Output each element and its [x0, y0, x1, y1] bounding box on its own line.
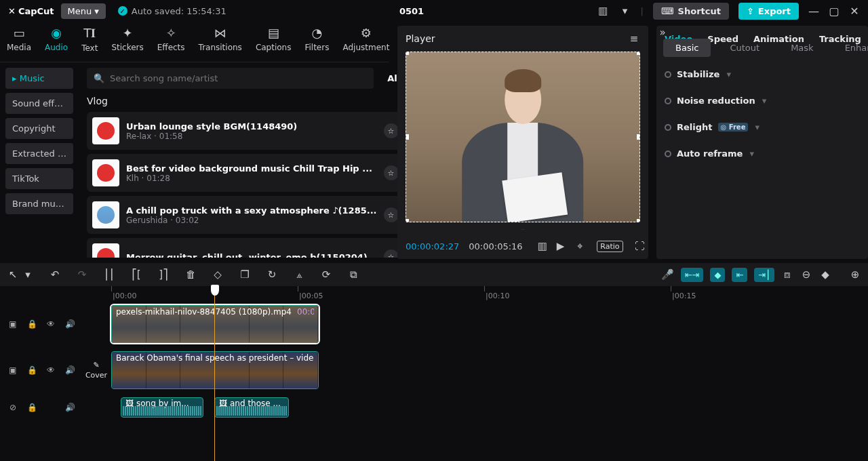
track-collapse-icon[interactable]: ▣	[8, 319, 18, 329]
track3-mute-icon[interactable]: 🔊	[65, 403, 75, 412]
video-clip-2[interactable]: Barack Obama's final speech as president…	[111, 351, 319, 389]
ruler-tick: |00:05	[299, 292, 323, 300]
toggle-dot-icon[interactable]	[665, 151, 671, 157]
playhead-handle[interactable]	[211, 285, 219, 296]
fav-icon[interactable]: ☆	[384, 249, 399, 258]
timecode-duration: 00:00:05:16	[469, 241, 522, 252]
track2-mute-icon[interactable]: 🔊	[65, 365, 75, 375]
fav-icon[interactable]: ☆	[384, 207, 399, 222]
tab-text[interactable]: T𝐈Text	[81, 26, 98, 53]
toggle-dot-icon[interactable]	[665, 124, 671, 131]
rotate-icon[interactable]: ⟳	[320, 268, 332, 281]
trim-left-icon[interactable]: ⎡[	[130, 268, 142, 281]
timeline-ruler[interactable]: |00:00|00:05|00:10|00:15	[108, 286, 868, 304]
category-brand[interactable]: Brand music	[5, 193, 73, 214]
song-item[interactable]: Urban lounge style BGM(1148490)Re-lax · …	[87, 112, 423, 150]
toggle-dot-icon[interactable]	[665, 71, 671, 78]
fullscreen-icon[interactable]: ⛶	[634, 240, 646, 252]
copy-icon[interactable]: ❐	[239, 268, 251, 281]
video-preview[interactable]	[406, 52, 640, 222]
trim-right-icon[interactable]: ]⎤	[157, 268, 170, 281]
delete-icon[interactable]: 🗑	[184, 268, 197, 281]
preview-cut-icon[interactable]: ⧈	[781, 268, 793, 281]
inspector-subtab-cutout[interactable]: Cutout	[717, 39, 772, 57]
cover-button[interactable]: ✎Cover	[84, 361, 108, 380]
split-icon[interactable]: ⎮⎮	[103, 268, 115, 281]
video-clip-1[interactable]: pexels-mikhail-nilov-8847405 (1080p).mp4…	[111, 305, 319, 343]
pointer-icon[interactable]: ↖	[7, 268, 19, 281]
crop-icon[interactable]: ⧉	[347, 268, 359, 281]
track2-collapse-icon[interactable]: ▣	[8, 365, 18, 375]
track3-lock-icon[interactable]: 🔒	[27, 403, 37, 412]
toggle-dot-icon[interactable]	[665, 98, 671, 104]
search-box[interactable]: 🔍	[87, 68, 374, 89]
pointer-dd-icon[interactable]: ▾	[22, 268, 34, 281]
ratio-button[interactable]: Ratio	[597, 241, 623, 252]
magnet-group-4-icon[interactable]: ⇥⎮	[754, 268, 774, 282]
undo-icon[interactable]: ↶	[49, 268, 61, 281]
inspector-subtab-enhance[interactable]: Enhance	[833, 39, 868, 57]
audio-clip[interactable]: 🖼and those ...	[214, 397, 289, 418]
shortcut-button[interactable]: ⌨ Shortcut	[653, 3, 729, 20]
mark-icon[interactable]: ◇	[212, 268, 224, 281]
inspector-row-autoreframe[interactable]: Auto reframe▾	[665, 148, 860, 159]
play-icon[interactable]: ▶	[557, 240, 565, 252]
compare-icon[interactable]: ▥	[538, 240, 547, 252]
window-maximize-icon[interactable]: ▢	[829, 5, 840, 16]
track-mute-icon[interactable]: 🔊	[65, 319, 75, 329]
tab-audio[interactable]: ◉Audio	[45, 26, 68, 52]
song-item[interactable]: Merrow guitar, chill out, winter, emo b(…	[87, 238, 423, 258]
track-lock-icon[interactable]: 🔒	[27, 319, 37, 329]
fav-icon[interactable]: ☆	[384, 123, 399, 138]
export-button[interactable]: ⇪ Export	[738, 3, 799, 20]
tab-adjustment[interactable]: ⚙Adjustment	[342, 26, 389, 52]
category-extracted[interactable]: Extracted a...	[5, 143, 73, 164]
reverse-icon[interactable]: ↻	[266, 268, 278, 281]
audio-clip[interactable]: 🖼song by im...	[121, 397, 203, 418]
tab-filters[interactable]: ◔Filters	[304, 26, 329, 52]
tab-transitions[interactable]: ⋈Transitions	[199, 26, 242, 52]
category-tiktok[interactable]: TikTok	[5, 168, 73, 189]
mirror-icon[interactable]: ⟁	[293, 268, 305, 281]
tab-media[interactable]: ▭Media	[7, 26, 31, 52]
inspector-more-icon[interactable]: »	[656, 26, 669, 39]
inspector-row-relight[interactable]: Relight◎ Free▾	[665, 122, 860, 132]
track2-lock-icon[interactable]: 🔒	[27, 365, 37, 375]
playhead-line[interactable]	[214, 286, 215, 461]
search-input[interactable]	[110, 73, 367, 83]
track-eye-icon[interactable]: 👁	[46, 319, 56, 329]
redo-icon[interactable]: ↷	[76, 268, 88, 281]
menu-button[interactable]: Menu ▾	[61, 3, 106, 19]
mic-icon[interactable]: 🎤	[662, 268, 674, 281]
tab-captions[interactable]: ▤Captions	[256, 26, 292, 52]
window-close-icon[interactable]: ✕	[849, 5, 860, 16]
text-icon: T𝐈	[83, 26, 96, 41]
tab-stickers[interactable]: ✦Stickers	[111, 26, 143, 52]
track3-collapse-icon[interactable]: ⊘	[8, 403, 18, 412]
song-item[interactable]: A chill pop truck with a sexy atmosphere…	[87, 196, 423, 234]
magnet-group-1-icon[interactable]: ⇤⇥	[681, 268, 704, 282]
zoom-in-icon[interactable]: ⊕	[849, 268, 861, 281]
chevron-down-icon: ▾	[749, 148, 754, 159]
inspector-subtab-basic[interactable]: Basic	[663, 39, 711, 57]
player-menu-icon[interactable]: ≡	[628, 33, 640, 45]
window-minimize-icon[interactable]: —	[808, 5, 819, 16]
tab-effects[interactable]: ✧Effects	[157, 26, 185, 52]
zoom-out-icon[interactable]: ⊖	[800, 268, 812, 281]
track2-eye-icon[interactable]: 👁	[46, 365, 56, 375]
song-item[interactable]: Best for video background music Chill Tr…	[87, 154, 423, 192]
inspector-row-noise[interactable]: Noise reduction▾	[665, 96, 860, 106]
focus-icon[interactable]: ⌖	[574, 240, 586, 252]
category-music[interactable]: Music	[5, 68, 73, 89]
inspector-row-stabilize[interactable]: Stabilize▾	[665, 69, 860, 79]
category-copyright[interactable]: Copyright	[5, 118, 73, 139]
zoom-slider-icon[interactable]: ◆	[819, 268, 831, 281]
layout-icon[interactable]: ▥	[597, 5, 609, 17]
layout-chevron-icon[interactable]: ▾	[618, 5, 631, 17]
magnet-group-2-icon[interactable]: ◆	[710, 268, 725, 282]
inspector-subtab-mask[interactable]: Mask	[778, 39, 825, 57]
fav-icon[interactable]: ☆	[384, 165, 399, 180]
category-soundfx[interactable]: Sound effe...	[5, 93, 73, 114]
adjustment-icon: ⚙	[361, 26, 372, 40]
magnet-group-3-icon[interactable]: ⇤	[732, 268, 747, 282]
